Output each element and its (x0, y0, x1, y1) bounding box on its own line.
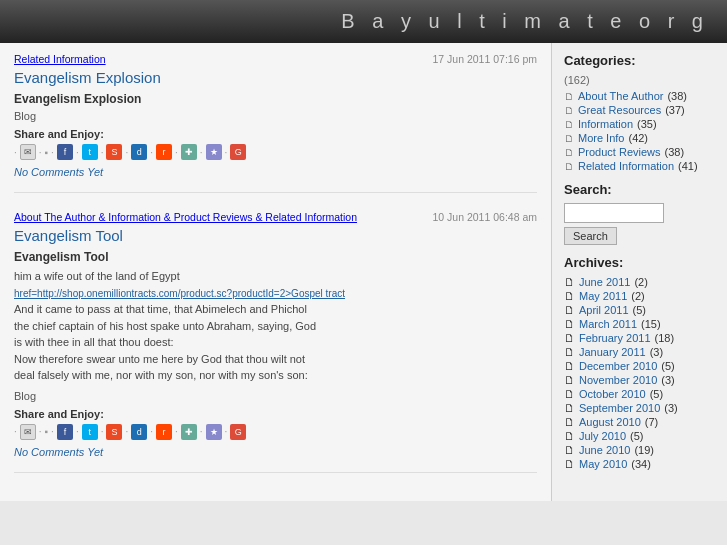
sidebar-item-more-info[interactable]: 🗋 More Info (42) (564, 132, 715, 144)
twitter-share-icon[interactable]: t (82, 424, 98, 440)
stumble-share-icon[interactable]: S (106, 144, 122, 160)
doc-icon: 🗋 (564, 304, 575, 316)
bookmark-share-icon[interactable]: ✚ (181, 424, 197, 440)
archive-link[interactable]: May 2010 (579, 458, 627, 470)
share-sep: · (225, 426, 228, 437)
archive-link[interactable]: October 2010 (579, 388, 646, 400)
facebook-share-icon[interactable]: f (57, 144, 73, 160)
share-sep: · (200, 147, 203, 158)
archive-item-may2010[interactable]: 🗋 May 2010 (34) (564, 458, 715, 470)
post-item: Related Information 17 Jun 2011 07:16 pm… (14, 53, 537, 193)
archive-item-oct2010[interactable]: 🗋 October 2010 (5) (564, 388, 715, 400)
archive-link[interactable]: March 2011 (579, 318, 637, 330)
archive-item-jul2010[interactable]: 🗋 July 2010 (5) (564, 430, 715, 442)
email-share-icon[interactable]: ✉ (20, 144, 36, 160)
share-sep: · (150, 426, 153, 437)
category-link[interactable]: Related Information (578, 160, 674, 172)
facebook-share-icon[interactable]: f (57, 424, 73, 440)
archive-link[interactable]: September 2010 (579, 402, 660, 414)
archive-link[interactable]: April 2011 (579, 304, 629, 316)
save-share-icon[interactable]: ★ (206, 424, 222, 440)
doc-icon: 🗋 (564, 402, 575, 414)
archive-count: (5) (633, 304, 646, 316)
archive-link[interactable]: November 2010 (579, 374, 657, 386)
archive-link[interactable]: December 2010 (579, 360, 657, 372)
archive-item-aug2010[interactable]: 🗋 August 2010 (7) (564, 416, 715, 428)
archive-link[interactable]: February 2011 (579, 332, 651, 344)
search-heading: Search: (564, 182, 715, 197)
archive-count: (5) (650, 388, 663, 400)
stumble-share-icon[interactable]: S (106, 424, 122, 440)
archive-item-feb2011[interactable]: 🗋 February 2011 (18) (564, 332, 715, 344)
digg-share-icon[interactable]: d (131, 424, 147, 440)
archive-item-jan2011[interactable]: 🗋 January 2011 (3) (564, 346, 715, 358)
post-category-link[interactable]: About The Author & Information & Product… (14, 211, 357, 223)
main-content: Related Information 17 Jun 2011 07:16 pm… (0, 43, 552, 501)
category-count: (38) (667, 90, 687, 102)
archive-count: (2) (634, 276, 647, 288)
post-body-line: Now therefore swear unto me here by God … (14, 351, 537, 368)
share-label: Share and Enjoy: (14, 128, 537, 140)
share-sep: ▪ (45, 426, 49, 437)
archive-link[interactable]: May 2011 (579, 290, 627, 302)
share-sep: · (101, 426, 104, 437)
sidebar-item-related-info[interactable]: 🗋 Related Information (41) (564, 160, 715, 172)
search-input[interactable] (564, 203, 664, 223)
sidebar-item-great-resources[interactable]: 🗋 Great Resources (37) (564, 104, 715, 116)
category-link[interactable]: Information (578, 118, 633, 130)
category-link[interactable]: Great Resources (578, 104, 661, 116)
archive-count: (34) (631, 458, 651, 470)
archive-link[interactable]: June 2011 (579, 276, 630, 288)
sidebar-item-information[interactable]: 🗋 Information (35) (564, 118, 715, 130)
share-sep: · (101, 147, 104, 158)
email-share-icon[interactable]: ✉ (20, 424, 36, 440)
share-sep: · (39, 426, 42, 437)
archive-item-dec2010[interactable]: 🗋 December 2010 (5) (564, 360, 715, 372)
search-button[interactable]: Search (564, 227, 617, 245)
archive-count: (5) (630, 430, 643, 442)
archive-item-sep2010[interactable]: 🗋 September 2010 (3) (564, 402, 715, 414)
archive-link[interactable]: January 2011 (579, 346, 646, 358)
post-category-link[interactable]: Related Information (14, 53, 106, 65)
share-sep: · (175, 147, 178, 158)
google-share-icon[interactable]: G (230, 144, 246, 160)
google-share-icon[interactable]: G (230, 424, 246, 440)
share-sep: · (225, 147, 228, 158)
doc-icon: 🗋 (564, 290, 575, 302)
digg-share-icon[interactable]: d (131, 144, 147, 160)
archive-item-jun2010[interactable]: 🗋 June 2010 (19) (564, 444, 715, 456)
archive-count: (7) (645, 416, 658, 428)
reddit-share-icon[interactable]: r (156, 144, 172, 160)
post-title-link[interactable]: Evangelism Explosion (14, 69, 537, 86)
archive-count: (19) (634, 444, 654, 456)
bookmark-share-icon[interactable]: ✚ (181, 144, 197, 160)
archive-item-may2011[interactable]: 🗋 May 2011 (2) (564, 290, 715, 302)
category-link[interactable]: More Info (578, 132, 624, 144)
archive-link[interactable]: August 2010 (579, 416, 641, 428)
archive-count: (3) (650, 346, 663, 358)
reddit-share-icon[interactable]: r (156, 424, 172, 440)
archive-item-april2011[interactable]: 🗋 April 2011 (5) (564, 304, 715, 316)
save-share-icon[interactable]: ★ (206, 144, 222, 160)
sidebar-item-product-reviews[interactable]: 🗋 Product Reviews (38) (564, 146, 715, 158)
share-sep: · (200, 426, 203, 437)
twitter-share-icon[interactable]: t (82, 144, 98, 160)
post-title-link[interactable]: Evangelism Tool (14, 227, 537, 244)
post-body-link[interactable]: href=http://shop.onemilliontracts.com/pr… (14, 288, 345, 299)
category-link[interactable]: Product Reviews (578, 146, 661, 158)
sidebar-item-about-author[interactable]: 🗋 About The Author (38) (564, 90, 715, 102)
doc-icon: 🗋 (564, 416, 575, 428)
post-date: 17 Jun 2011 07:16 pm (433, 53, 538, 65)
archive-link[interactable]: June 2010 (579, 444, 630, 456)
category-link[interactable]: About The Author (578, 90, 663, 102)
post-body-line: deal falsely with me, nor with my son, n… (14, 367, 537, 384)
archive-item-march2011[interactable]: 🗋 March 2011 (15) (564, 318, 715, 330)
post-meta: About The Author & Information & Product… (14, 211, 537, 223)
doc-icon: 🗋 (564, 360, 575, 372)
archive-item-june2011[interactable]: 🗋 June 2011 (2) (564, 276, 715, 288)
share-icons: · ✉ · ▪ · f · t · S · d · r · ✚ · ★ · G (14, 144, 537, 160)
share-sep: · (125, 147, 128, 158)
archive-link[interactable]: July 2010 (579, 430, 626, 442)
archives-heading: Archives: (564, 255, 715, 270)
archive-item-nov2010[interactable]: 🗋 November 2010 (3) (564, 374, 715, 386)
